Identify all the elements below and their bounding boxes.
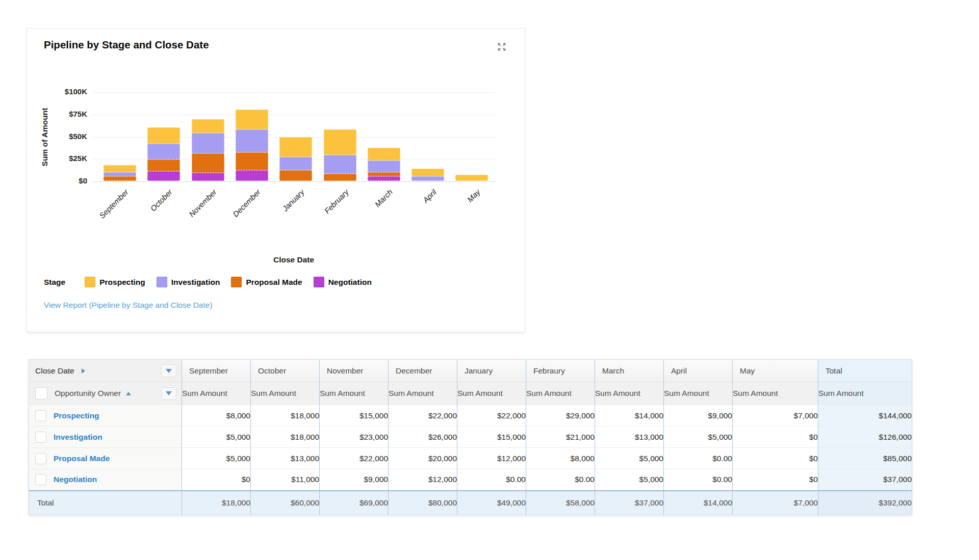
bar-segment-proposal-made[interactable] xyxy=(368,172,400,177)
bar-segment-negotiation[interactable] xyxy=(368,176,400,181)
row-checkbox[interactable] xyxy=(35,453,46,464)
column-header-febraury[interactable]: Febraury xyxy=(526,360,595,382)
sum-amount-header[interactable]: Sum Amount xyxy=(320,382,389,405)
sum-amount-header[interactable]: Sum Amount xyxy=(182,382,251,405)
amount-cell: $23,000 xyxy=(320,426,389,448)
close-date-dropdown-button[interactable] xyxy=(161,364,176,377)
bar-segment-prospecting[interactable] xyxy=(192,119,224,132)
row-label-link[interactable]: Negotiation xyxy=(54,475,97,484)
bar-segment-proposal-made[interactable] xyxy=(324,174,356,181)
bar-segment-negotiation[interactable] xyxy=(147,171,180,181)
amount-cell: $8,000 xyxy=(182,405,251,426)
expand-button[interactable] xyxy=(495,41,508,54)
x-tick-label: February xyxy=(322,188,350,215)
bar-segment-proposal-made[interactable] xyxy=(236,152,268,170)
row-label-link[interactable]: Investigation xyxy=(54,433,102,442)
column-total-cell: $18,000 xyxy=(182,491,251,515)
total-row-label: Total xyxy=(29,491,182,515)
bar-segment-prospecting[interactable] xyxy=(279,137,312,157)
amount-cell: $22,000 xyxy=(320,448,389,469)
column-header-april[interactable]: April xyxy=(664,360,733,382)
bar-segment-prospecting[interactable] xyxy=(455,175,488,181)
view-report-link[interactable]: View Report (Pipeline by Stage and Close… xyxy=(44,301,213,310)
row-total-cell: $37,000 xyxy=(818,469,912,491)
bar-segment-investigation[interactable] xyxy=(147,144,180,160)
legend-swatch xyxy=(314,277,324,287)
y-tick-label: $0 xyxy=(27,176,87,185)
column-header-september[interactable]: September xyxy=(182,360,251,382)
x-tick-label: October xyxy=(149,188,174,213)
row-checkbox[interactable] xyxy=(35,432,46,443)
x-tick-label: September xyxy=(97,188,130,220)
bar-segment-proposal-made[interactable] xyxy=(147,159,180,171)
column-header-december[interactable]: December xyxy=(389,360,457,382)
sum-amount-header[interactable]: Sum Amount xyxy=(389,382,457,405)
amount-cell: $13,000 xyxy=(595,426,664,448)
legend-swatch xyxy=(157,277,167,287)
close-date-header[interactable]: Close Date xyxy=(29,360,182,382)
bar-segment-investigation[interactable] xyxy=(411,176,444,181)
bar-segment-negotiation[interactable] xyxy=(192,173,224,181)
sum-amount-header[interactable]: Sum Amount xyxy=(733,382,818,405)
bar-segment-proposal-made[interactable] xyxy=(279,170,312,181)
amount-cell: $12,000 xyxy=(389,469,457,491)
total-column-header[interactable]: Total xyxy=(818,360,912,382)
bar-segment-prospecting[interactable] xyxy=(147,127,180,144)
row-total-cell: $126,000 xyxy=(818,426,912,448)
amount-cell: $22,000 xyxy=(389,405,457,426)
sum-amount-header[interactable]: Sum Amount xyxy=(457,382,526,405)
chevron-down-icon xyxy=(166,391,172,395)
table-row: Negotiation$0$11,000$9,000$12,000$0.00$0… xyxy=(29,469,912,491)
opportunity-owner-header[interactable]: Opportunity Owner xyxy=(29,382,182,405)
column-header-may[interactable]: May xyxy=(733,360,818,382)
row-total-cell: $85,000 xyxy=(818,448,912,469)
x-tick-label: January xyxy=(280,188,306,213)
bar-segment-prospecting[interactable] xyxy=(324,129,356,155)
legend-item-proposal-made: Proposal Made xyxy=(231,277,302,287)
amount-cell: $0.00 xyxy=(664,469,733,491)
bar-segment-investigation[interactable] xyxy=(368,161,400,172)
y-tick-label: $100K xyxy=(27,87,87,96)
row-label-cell: Proposal Made xyxy=(29,448,182,469)
sum-amount-header[interactable]: Sum Amount xyxy=(818,382,912,405)
row-checkbox[interactable] xyxy=(35,410,46,421)
y-tick-label: $75K xyxy=(27,110,87,118)
bar-segment-prospecting[interactable] xyxy=(104,165,136,172)
bar-segment-prospecting[interactable] xyxy=(411,169,444,177)
sum-amount-header[interactable]: Sum Amount xyxy=(595,382,664,405)
amount-cell: $5,000 xyxy=(182,426,251,448)
bar-segment-investigation[interactable] xyxy=(279,157,312,170)
bar-segment-prospecting[interactable] xyxy=(236,110,268,129)
y-tick-label: $50K xyxy=(27,132,87,141)
bar-segment-investigation[interactable] xyxy=(104,172,136,177)
select-all-checkbox[interactable] xyxy=(35,387,47,399)
bar-segment-investigation[interactable] xyxy=(236,129,268,153)
column-header-january[interactable]: January xyxy=(457,360,526,382)
row-label-link[interactable]: Proposal Made xyxy=(54,454,110,463)
bar-segment-negotiation[interactable] xyxy=(236,170,268,181)
column-header-october[interactable]: October xyxy=(251,360,320,382)
bar-segment-proposal-made[interactable] xyxy=(192,153,224,173)
row-checkbox[interactable] xyxy=(35,474,46,485)
column-total-cell: $58,000 xyxy=(526,491,595,515)
amount-cell: $11,000 xyxy=(251,469,320,491)
bar-segment-proposal-made[interactable] xyxy=(104,176,136,181)
row-label-link[interactable]: Prospecting xyxy=(54,411,99,420)
x-axis-title: Close Date xyxy=(92,255,495,264)
sum-amount-header[interactable]: Sum Amount xyxy=(251,382,320,405)
sum-amount-header[interactable]: Sum Amount xyxy=(526,382,595,405)
bar-february xyxy=(324,129,356,181)
column-header-march[interactable]: March xyxy=(595,360,664,382)
bar-may xyxy=(455,175,488,181)
sum-amount-header[interactable]: Sum Amount xyxy=(664,382,733,405)
column-header-november[interactable]: November xyxy=(320,360,389,382)
opportunity-owner-dropdown-button[interactable] xyxy=(161,387,176,400)
bar-segment-investigation[interactable] xyxy=(192,133,224,153)
legend-items: ProspectingInvestigationProposal MadeNeg… xyxy=(85,277,383,287)
amount-cell: $0 xyxy=(733,469,818,491)
bar-segment-investigation[interactable] xyxy=(324,155,356,174)
amount-cell: $9,000 xyxy=(664,405,733,426)
amount-cell: $5,000 xyxy=(182,448,251,469)
bar-segment-prospecting[interactable] xyxy=(368,148,400,161)
column-total-cell: $49,000 xyxy=(457,491,526,515)
